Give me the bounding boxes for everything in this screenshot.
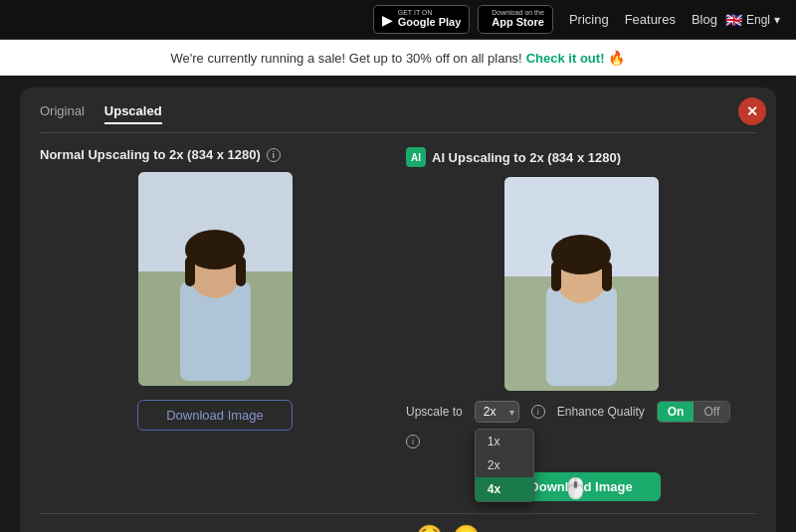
ai-upscale-icon: AI (406, 147, 426, 167)
svg-rect-15 (602, 262, 612, 291)
main-modal: ✕ Original Upscaled Normal Upscaling to … (20, 88, 776, 532)
dropdown-item-1x[interactable]: 1x (476, 430, 533, 453)
left-panel: Normal Upscaling to 2x (834 x 1280) i (40, 147, 390, 501)
app-store-label: App Store (492, 16, 544, 29)
svg-rect-7 (236, 257, 246, 286)
rate-row: Rate this result: 😟 😐 (40, 513, 756, 532)
google-play-icon: ▶ (382, 12, 393, 28)
enhance-toggle: On Off (657, 401, 730, 423)
google-play-sub: GET IT ON (398, 9, 462, 16)
dropdown-item-2x[interactable]: 2x (476, 453, 533, 477)
google-play-btn[interactable]: ▶ GET IT ON Google Play (373, 5, 471, 33)
check-it-out-link[interactable]: Check it out! (526, 51, 605, 66)
svg-rect-14 (551, 262, 561, 291)
google-play-label: Google Play (398, 16, 462, 29)
enhance-on-button[interactable]: On (658, 402, 695, 422)
pricing-link[interactable]: Pricing (569, 12, 609, 27)
right-panel-title: AI AI Upscaling to 2x (834 x 1280) (406, 147, 621, 167)
tab-upscaled[interactable]: Upscaled (104, 103, 162, 124)
upscaled-image (504, 177, 659, 391)
controls-row: Upscale to 1x 2x 4x ▾ 1x 2x 4x (406, 401, 756, 448)
app-store-sub: Download on the (492, 9, 544, 16)
app-store-btn[interactable]: Download on the App Store (478, 5, 553, 33)
close-button[interactable]: ✕ (738, 97, 766, 125)
enhance-off-button[interactable]: Off (694, 402, 729, 422)
enhance-quality-label: Enhance Quality (557, 405, 645, 419)
blog-link[interactable]: Blog (692, 12, 717, 27)
info-icon-enhance[interactable]: i (406, 435, 420, 448)
language-selector[interactable]: 🇬🇧 Engl ▾ (725, 12, 780, 28)
flag-icon: 🇬🇧 (725, 12, 742, 28)
lang-label: Engl (746, 13, 770, 27)
chevron-down-icon: ▾ (774, 13, 780, 27)
top-nav: ▶ GET IT ON Google Play Download on the … (0, 0, 796, 40)
tabs: Original Upscaled (40, 103, 756, 133)
svg-rect-6 (185, 257, 195, 286)
sale-banner: We're currently running a sale! Get up t… (0, 40, 796, 76)
info-icon-upscale[interactable]: i (531, 405, 545, 419)
rate-neutral-emoji[interactable]: 😐 (453, 524, 480, 532)
upscale-select-wrapper: 1x 2x 4x ▾ 1x 2x 4x (475, 401, 519, 423)
right-panel: AI AI Upscaling to 2x (834 x 1280) (406, 147, 756, 501)
upscale-to-label: Upscale to (406, 405, 463, 419)
content-area: Normal Upscaling to 2x (834 x 1280) i (40, 147, 756, 501)
upscale-select[interactable]: 1x 2x 4x (475, 401, 519, 423)
tab-original[interactable]: Original (40, 103, 85, 124)
nav-links: Pricing Features Blog (569, 12, 717, 27)
left-panel-title: Normal Upscaling to 2x (834 x 1280) i (40, 147, 281, 162)
original-image (138, 172, 293, 386)
info-icon-left[interactable]: i (267, 148, 281, 162)
download-image-left-button[interactable]: Download Image (137, 400, 293, 431)
upscale-dropdown: 1x 2x 4x (475, 429, 534, 502)
right-controls-area: Upscale to 1x 2x 4x ▾ 1x 2x 4x (406, 391, 756, 501)
rate-sad-emoji[interactable]: 😟 (416, 524, 443, 532)
sale-text: We're currently running a sale! Get up t… (171, 51, 522, 66)
dropdown-item-4x[interactable]: 4x (476, 477, 533, 501)
features-link[interactable]: Features (625, 12, 676, 27)
fire-emoji: 🔥 (608, 50, 625, 66)
